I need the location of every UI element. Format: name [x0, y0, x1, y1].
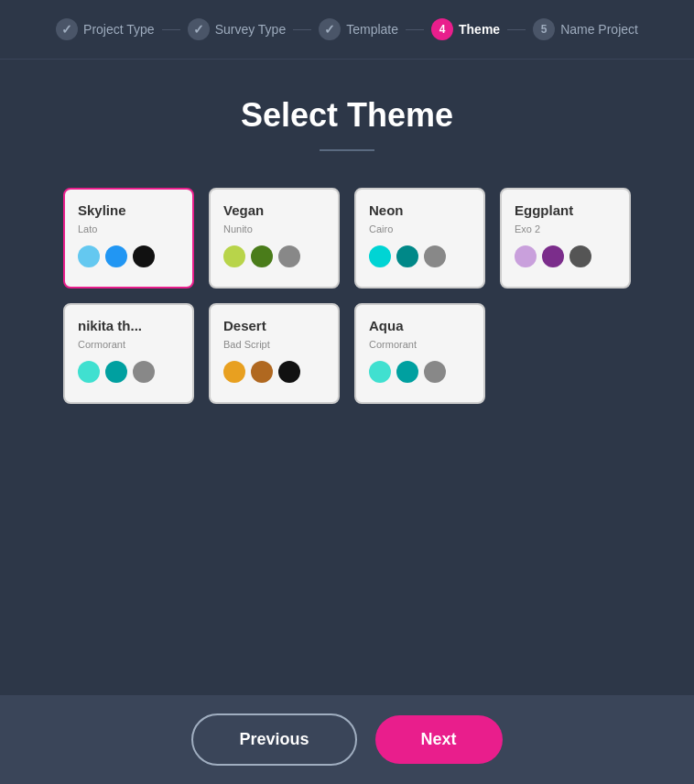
color-dot — [569, 245, 591, 267]
step-divider — [293, 29, 311, 30]
color-dot — [369, 361, 391, 383]
theme-font-vegan: Nunito — [223, 223, 325, 234]
theme-name-eggplant: Eggplant — [515, 202, 616, 218]
color-dot — [251, 245, 273, 267]
color-dot — [133, 361, 155, 383]
step-template[interactable]: ✓Template — [319, 18, 398, 40]
step-name-project[interactable]: 5Name Project — [533, 18, 638, 40]
theme-font-skyline: Lato — [78, 223, 179, 234]
color-dot — [278, 361, 300, 383]
theme-card-aqua[interactable]: AquaCormorant — [354, 303, 485, 404]
color-dot — [133, 245, 155, 267]
theme-font-aqua: Cormorant — [369, 339, 471, 350]
step-icon-theme: 4 — [431, 18, 453, 40]
color-dot — [396, 245, 418, 267]
theme-name-vegan: Vegan — [223, 202, 325, 218]
theme-name-skyline: Skyline — [78, 202, 179, 218]
step-divider — [406, 29, 424, 30]
step-theme[interactable]: 4Theme — [431, 18, 500, 40]
color-dot — [369, 245, 391, 267]
footer: Previous Next — [0, 695, 694, 784]
step-survey-type[interactable]: ✓Survey Type — [188, 18, 287, 40]
color-dot — [424, 245, 446, 267]
color-dot — [223, 245, 245, 267]
theme-font-nikita: Cormorant — [78, 339, 179, 350]
step-label-survey-type: Survey Type — [215, 22, 287, 37]
main-content: Select Theme SkylineLatoVeganNunitoNeonC… — [0, 60, 694, 695]
step-divider — [507, 29, 526, 30]
theme-name-aqua: Aqua — [369, 318, 471, 333]
theme-name-neon: Neon — [369, 202, 471, 218]
theme-card-desert[interactable]: DesertBad Script — [209, 303, 340, 404]
theme-grid: SkylineLatoVeganNunitoNeonCairoEggplantE… — [63, 188, 631, 404]
step-icon-survey-type: ✓ — [188, 18, 210, 40]
theme-card-skyline[interactable]: SkylineLato — [63, 188, 194, 289]
theme-card-neon[interactable]: NeonCairo — [354, 188, 485, 289]
color-dot — [251, 361, 273, 383]
theme-font-neon: Cairo — [369, 223, 471, 234]
theme-colors-eggplant — [515, 245, 616, 267]
title-divider — [320, 149, 374, 151]
color-dot — [396, 361, 418, 383]
next-button[interactable]: Next — [375, 715, 503, 764]
theme-colors-aqua — [369, 361, 471, 383]
theme-card-eggplant[interactable]: EggplantExo 2 — [500, 188, 631, 289]
color-dot — [278, 245, 300, 267]
theme-colors-vegan — [223, 245, 325, 267]
step-divider — [162, 29, 180, 30]
color-dot — [78, 245, 100, 267]
color-dot — [105, 361, 127, 383]
step-icon-template: ✓ — [319, 18, 341, 40]
color-dot — [515, 245, 537, 267]
step-label-project-type: Project Type — [83, 22, 155, 37]
page-title: Select Theme — [241, 96, 453, 135]
theme-colors-skyline — [78, 245, 179, 267]
color-dot — [542, 245, 564, 267]
previous-button[interactable]: Previous — [191, 713, 356, 766]
theme-colors-neon — [369, 245, 471, 267]
theme-name-desert: Desert — [223, 318, 325, 333]
step-project-type[interactable]: ✓Project Type — [56, 18, 155, 40]
theme-name-nikita: nikita th... — [78, 318, 179, 333]
step-label-template: Template — [346, 22, 398, 37]
theme-card-nikita[interactable]: nikita th...Cormorant — [63, 303, 194, 404]
theme-font-desert: Bad Script — [223, 339, 325, 350]
step-label-name-project: Name Project — [560, 22, 638, 37]
color-dot — [223, 361, 245, 383]
step-icon-project-type: ✓ — [56, 18, 78, 40]
stepper: ✓Project Type✓Survey Type✓Template4Theme… — [0, 0, 694, 60]
color-dot — [78, 361, 100, 383]
step-icon-name-project: 5 — [533, 18, 555, 40]
step-label-theme: Theme — [459, 22, 500, 37]
theme-card-vegan[interactable]: VeganNunito — [209, 188, 340, 289]
theme-font-eggplant: Exo 2 — [515, 223, 616, 234]
color-dot — [105, 245, 127, 267]
color-dot — [424, 361, 446, 383]
theme-colors-nikita — [78, 361, 179, 383]
theme-colors-desert — [223, 361, 325, 383]
